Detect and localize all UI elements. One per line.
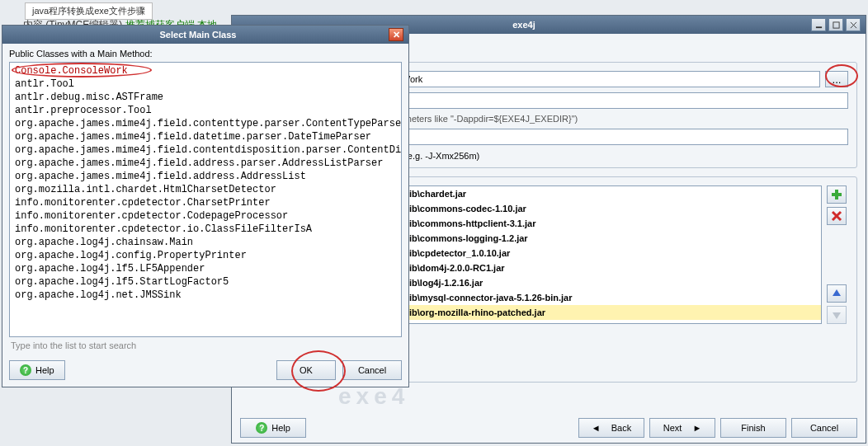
class-item[interactable]: org.apache.james.mime4j.field.datetime.p… <box>12 130 399 143</box>
class-item[interactable]: org.apache.log4j.chainsaw.Main <box>12 236 399 249</box>
modal-ok-button[interactable]: OK <box>276 360 336 380</box>
main-class-browse-button[interactable]: ... <box>825 71 848 87</box>
class-item[interactable]: Console.ConsoleWork <box>12 64 399 77</box>
modal-cancel-button[interactable]: Cancel <box>342 360 402 380</box>
svg-marker-36 <box>833 312 841 319</box>
help-button[interactable]: ? Help <box>240 418 306 438</box>
modal-titlebar: Select Main Class ✕ <box>2 26 408 44</box>
class-item[interactable]: org.apache.log4j.lf5.StartLogFactor5 <box>12 275 399 289</box>
svg-rect-32 <box>832 193 842 196</box>
modal-title: Select Main Class <box>7 30 389 40</box>
class-item[interactable]: org.apache.log4j.lf5.LF5Appender <box>12 262 399 275</box>
class-item[interactable]: org.apache.james.mime4j.field.address.pa… <box>12 157 399 170</box>
modal-close-button[interactable]: ✕ <box>389 28 403 41</box>
svg-rect-1 <box>833 21 838 27</box>
class-item[interactable]: org.apache.james.mime4j.field.contenttyp… <box>12 117 399 130</box>
bg-tab: java程序转换成exe文件步骤 <box>25 2 153 20</box>
next-button[interactable]: Next ► <box>649 418 715 438</box>
maximize-button[interactable] <box>828 18 843 31</box>
remove-classpath-button[interactable] <box>827 207 847 225</box>
class-item[interactable]: org.apache.james.mime4j.field.contentdis… <box>12 143 399 157</box>
help-icon: ? <box>20 364 31 376</box>
class-item[interactable]: org.apache.log4j.config.PropertyPrinter <box>12 249 399 262</box>
svg-marker-35 <box>833 289 841 296</box>
class-item[interactable]: org.mozilla.intl.chardet.HtmlCharsetDete… <box>12 183 399 196</box>
class-list[interactable]: Console.ConsoleWorkantlr.Toolantlr.debug… <box>9 62 402 337</box>
class-item[interactable]: antlr.Tool <box>12 77 399 91</box>
arrow-left-icon: ◄ <box>592 423 601 433</box>
minimize-button[interactable] <box>811 18 826 31</box>
finish-button[interactable]: Finish <box>720 418 786 438</box>
select-main-class-dialog: Select Main Class ✕ Public Classes with … <box>2 25 409 387</box>
class-item[interactable]: info.monitorenter.cpdetector.io.ClassFil… <box>12 223 399 236</box>
class-item[interactable]: antlr.preprocessor.Tool <box>12 104 399 117</box>
search-hint: Type into the list to start search <box>9 337 402 355</box>
cancel-button[interactable]: Cancel <box>791 418 857 438</box>
move-up-button[interactable] <box>827 284 847 303</box>
help-icon: ? <box>256 422 267 434</box>
class-item[interactable]: info.monitorenter.cpdetector.CodepagePro… <box>12 209 399 223</box>
class-item[interactable]: org.apache.james.mime4j.field.address.Ad… <box>12 170 399 183</box>
close-button[interactable] <box>846 18 861 31</box>
back-button[interactable]: ◄ Back <box>578 418 644 438</box>
modal-list-label: Public Classes with a Main Method: <box>9 49 402 59</box>
class-item[interactable]: info.monitorenter.cpdetector.CharsetPrin… <box>12 196 399 209</box>
class-item[interactable]: antlr.debug.misc.ASTFrame <box>12 91 399 104</box>
move-down-button[interactable] <box>827 306 847 324</box>
add-classpath-button[interactable] <box>827 185 847 204</box>
arrow-right-icon: ► <box>692 423 701 433</box>
modal-help-button[interactable]: ? Help <box>9 360 65 380</box>
class-item[interactable]: org.apache.log4j.net.JMSSink <box>12 289 399 302</box>
